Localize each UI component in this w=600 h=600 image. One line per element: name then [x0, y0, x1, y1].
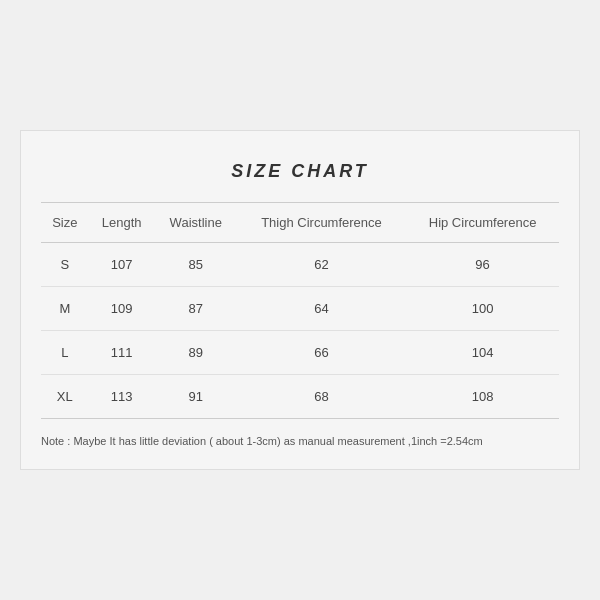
table-cell: L: [41, 330, 89, 374]
col-length: Length: [89, 202, 155, 242]
table-cell: 104: [406, 330, 559, 374]
table-cell: 111: [89, 330, 155, 374]
table-cell: 68: [237, 374, 406, 418]
chart-title: SIZE CHART: [41, 161, 559, 182]
col-thigh: Thigh Circumference: [237, 202, 406, 242]
size-chart-container: SIZE CHART Size Length Waistline Thigh C…: [20, 130, 580, 471]
col-waistline: Waistline: [155, 202, 237, 242]
table-cell: 108: [406, 374, 559, 418]
table-cell: 66: [237, 330, 406, 374]
table-cell: 109: [89, 286, 155, 330]
table-cell: S: [41, 242, 89, 286]
col-size: Size: [41, 202, 89, 242]
table-row: XL1139168108: [41, 374, 559, 418]
table-cell: 62: [237, 242, 406, 286]
col-hip: Hip Circumference: [406, 202, 559, 242]
table-row: S107856296: [41, 242, 559, 286]
table-row: L1118966104: [41, 330, 559, 374]
table-cell: XL: [41, 374, 89, 418]
table-cell: 107: [89, 242, 155, 286]
table-header-row: Size Length Waistline Thigh Circumferenc…: [41, 202, 559, 242]
table-cell: 87: [155, 286, 237, 330]
size-table: Size Length Waistline Thigh Circumferenc…: [41, 202, 559, 419]
note-text: Note : Maybe It has little deviation ( a…: [41, 433, 559, 450]
table-body: S107856296M1098764100L1118966104XL113916…: [41, 242, 559, 418]
table-cell: 89: [155, 330, 237, 374]
table-cell: 91: [155, 374, 237, 418]
table-cell: 85: [155, 242, 237, 286]
table-cell: 113: [89, 374, 155, 418]
table-row: M1098764100: [41, 286, 559, 330]
table-cell: M: [41, 286, 89, 330]
table-cell: 100: [406, 286, 559, 330]
table-cell: 96: [406, 242, 559, 286]
table-cell: 64: [237, 286, 406, 330]
